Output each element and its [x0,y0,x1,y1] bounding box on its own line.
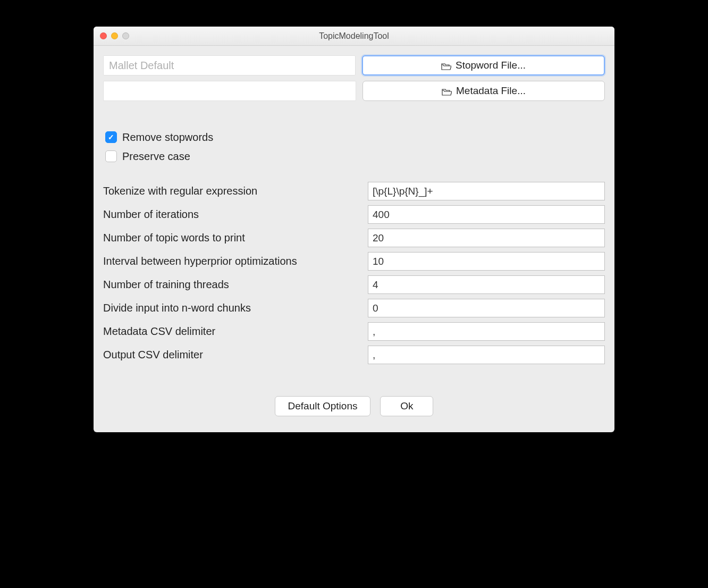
metadata-delimiter-label: Metadata CSV delimiter [103,325,364,338]
folder-open-icon [442,87,452,95]
iterations-input[interactable] [368,205,605,224]
preserve-case-checkbox[interactable] [105,150,117,162]
stopword-file-button-label: Stopword File... [456,60,526,71]
remove-stopwords-label: Remove stopwords [122,131,213,144]
chunk-size-input[interactable] [368,299,605,317]
remove-stopwords-checkbox[interactable]: ✓ [105,131,117,143]
iterations-label: Number of iterations [103,208,364,221]
output-delimiter-input[interactable] [368,346,605,364]
traffic-lights [100,32,129,39]
close-window-button[interactable] [100,32,107,39]
titlebar: TopicModelingTool [94,27,614,46]
tokenize-regex-input[interactable] [368,182,605,200]
hyperprior-interval-label: Interval between hyperprior optimization… [103,255,364,267]
default-options-button[interactable]: Default Options [275,396,371,416]
chunk-size-label: Divide input into n-word chunks [103,302,364,314]
metadata-file-display [103,81,356,101]
checkmark-icon: ✓ [108,133,114,141]
tokenize-regex-label: Tokenize with regular expression [103,185,364,197]
dialog-content: Mallet Default Stopword File... Metadata… [94,46,614,432]
topic-words-label: Number of topic words to print [103,232,364,244]
minimize-window-button[interactable] [111,32,118,39]
stopword-file-button[interactable]: Stopword File... [362,55,605,75]
maximize-window-button[interactable] [122,32,129,39]
output-delimiter-label: Output CSV delimiter [103,349,364,361]
training-threads-input[interactable] [368,275,605,294]
dialog-window: TopicModelingTool Mallet Default Stopwor… [94,27,614,432]
hyperprior-interval-input[interactable] [368,252,605,271]
ok-button[interactable]: Ok [380,396,433,416]
metadata-delimiter-input[interactable] [368,322,605,341]
topic-words-input[interactable] [368,229,605,247]
window-title: TopicModelingTool [94,31,614,41]
metadata-file-button-label: Metadata File... [456,85,526,97]
preserve-case-label: Preserve case [122,150,190,163]
metadata-file-button[interactable]: Metadata File... [363,81,605,101]
training-threads-label: Number of training threads [103,279,364,291]
stopword-file-display: Mallet Default [103,55,356,75]
folder-open-icon [441,62,451,69]
